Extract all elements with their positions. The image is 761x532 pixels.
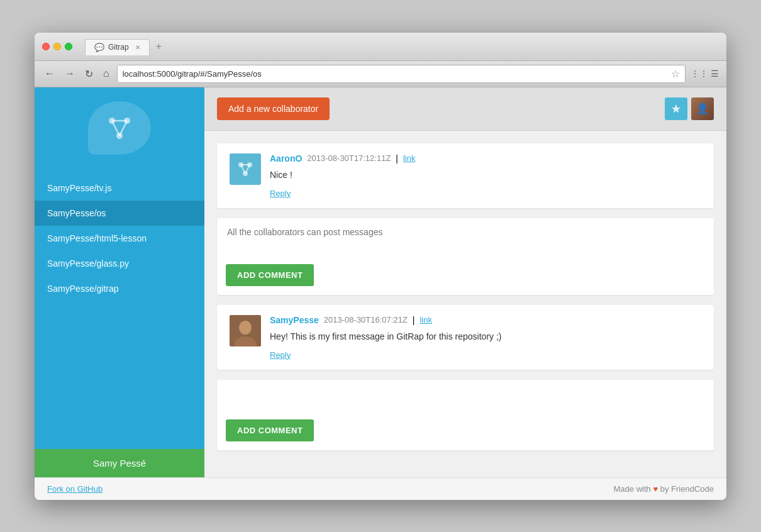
new-tab-button[interactable]: +	[151, 38, 167, 55]
sidebar-item-tvjs[interactable]: SamyPesse/tv.js	[35, 175, 204, 201]
comment-body-2: SamyPesse 2013-08-30T16:07:21Z | link He…	[270, 315, 701, 360]
browser-tabs: 💬 Gitrap ✕ +	[85, 38, 167, 55]
sidebar-item-gitrap[interactable]: SamyPesse/gitrap	[35, 276, 204, 301]
sidebar-logo	[35, 87, 204, 169]
logo-bubble	[88, 101, 151, 155]
comment-avatar	[230, 153, 261, 185]
comment-card: AaronO 2013-08-30T17:12:11Z | link Nice …	[217, 143, 714, 208]
sidebar-item-label: SamyPesse/glass.py	[47, 258, 129, 269]
app-layout: SamyPesse/tv.js SamyPesse/os SamyPesse/h…	[35, 87, 726, 477]
svg-point-13	[239, 321, 252, 335]
home-button[interactable]: ⌂	[101, 67, 112, 80]
bottom-bar: Fork on GitHub Made with ♥ by FriendCode	[35, 477, 726, 500]
comment-author-2: SamyPesse	[270, 315, 319, 325]
main-header: Add a new collaborator 👤	[204, 87, 726, 131]
notification-icon-button[interactable]	[665, 97, 687, 120]
svg-line-9	[241, 165, 245, 174]
comment-link[interactable]: link	[403, 153, 416, 163]
comments-area: AaronO 2013-08-30T17:12:11Z | link Nice …	[204, 131, 726, 477]
browser-window: 💬 Gitrap ✕ + ← → ↻ ⌂ localhost:5000/gitr…	[35, 33, 726, 500]
tab-close-icon[interactable]: ✕	[135, 44, 140, 51]
sidebar-nav: SamyPesse/tv.js SamyPesse/os SamyPesse/h…	[35, 169, 204, 449]
url-text: localhost:5000/gitrap/#/SamyPesse/os	[123, 69, 671, 79]
comment-text: Nice !	[270, 169, 701, 182]
sidebar-item-label: SamyPesse/html5-lesson	[47, 233, 147, 243]
comment-author: AaronO	[270, 153, 302, 163]
fork-github-link[interactable]: Fork on GitHub	[47, 484, 103, 494]
sidebar-item-glasspy[interactable]: SamyPesse/glass.py	[35, 251, 204, 276]
close-dot[interactable]	[42, 43, 50, 50]
bookmark-icon[interactable]: ☆	[671, 68, 680, 80]
comment-card-2: SamyPesse 2013-08-30T16:07:21Z | link He…	[217, 305, 714, 370]
add-comment-button-2[interactable]: ADD COMMENT	[226, 419, 314, 441]
browser-controls: 💬 Gitrap ✕ +	[42, 38, 719, 55]
sidebar-item-label: SamyPesse/tv.js	[47, 183, 111, 193]
header-right-icons: 👤	[665, 97, 714, 120]
extensions-icon[interactable]: ⋮⋮	[691, 69, 708, 79]
avatar-image: 👤	[691, 97, 714, 120]
made-with-prefix: Made with	[614, 484, 651, 494]
comment-textarea-1[interactable]	[217, 218, 714, 262]
svg-line-10	[245, 165, 250, 174]
sidebar-user-footer: Samy Pessé	[35, 449, 204, 477]
comment-separator: |	[396, 153, 398, 163]
active-tab[interactable]: 💬 Gitrap ✕	[85, 39, 150, 55]
reply-link[interactable]: Reply	[270, 189, 291, 198]
menu-icon[interactable]: ☰	[711, 69, 719, 79]
back-button[interactable]: ←	[42, 67, 57, 80]
minimize-dot[interactable]	[53, 43, 61, 50]
heart-icon: ♥	[653, 484, 658, 494]
browser-titlebar: 💬 Gitrap ✕ +	[35, 33, 726, 61]
browser-toolbar: ← → ↻ ⌂ localhost:5000/gitrap/#/SamyPess…	[35, 61, 726, 87]
forward-button[interactable]: →	[62, 67, 77, 80]
comment-timestamp: 2013-08-30T17:12:11Z	[307, 153, 391, 163]
made-with-text: Made with ♥ by FriendCode	[614, 484, 714, 494]
comment-link-2[interactable]: link	[419, 315, 432, 324]
comment-timestamp-2: 2013-08-30T16:07:21Z	[324, 315, 408, 324]
add-comment-button-1[interactable]: ADD COMMENT	[226, 264, 314, 286]
comment-separator-2: |	[413, 315, 415, 325]
sidebar-item-html5[interactable]: SamyPesse/html5-lesson	[35, 226, 204, 251]
maximize-dot[interactable]	[65, 43, 72, 50]
browser-extra-buttons: ⋮⋮ ☰	[691, 69, 719, 79]
made-with-suffix: by FriendCode	[660, 484, 714, 494]
svg-line-4	[119, 121, 127, 136]
sidebar-username: Samy Pessé	[93, 458, 146, 468]
comment-meta: AaronO 2013-08-30T17:12:11Z | link	[270, 153, 701, 163]
tab-favicon: 💬	[94, 43, 104, 52]
svg-line-3	[112, 121, 119, 136]
main-content: Add a new collaborator 👤	[204, 87, 726, 477]
sidebar-item-label: SamyPesse/gitrap	[47, 284, 119, 294]
address-bar[interactable]: localhost:5000/gitrap/#/SamyPesse/os ☆	[117, 65, 686, 83]
comment-meta-2: SamyPesse 2013-08-30T16:07:21Z | link	[270, 315, 701, 325]
comment-form-2: ADD COMMENT	[217, 380, 714, 450]
comment-text-2: Hey! This is my first message in GitRap …	[270, 330, 701, 343]
comment-form-1: ADD COMMENT	[217, 218, 714, 295]
comment-body: AaronO 2013-08-30T17:12:11Z | link Nice …	[270, 153, 701, 198]
sidebar-item-os[interactable]: SamyPesse/os	[35, 201, 204, 226]
refresh-button[interactable]: ↻	[82, 67, 96, 81]
reply-link-2[interactable]: Reply	[270, 350, 291, 360]
user-avatar-button[interactable]: 👤	[691, 97, 714, 120]
comment-avatar-2	[230, 315, 261, 346]
add-collaborator-button[interactable]: Add a new collaborator	[217, 97, 330, 120]
sidebar-item-label: SamyPesse/os	[47, 208, 106, 218]
sidebar: SamyPesse/tv.js SamyPesse/os SamyPesse/h…	[35, 87, 204, 477]
window-dots	[42, 43, 72, 50]
comment-textarea-2[interactable]	[217, 380, 714, 418]
tab-title: Gitrap	[108, 43, 129, 52]
